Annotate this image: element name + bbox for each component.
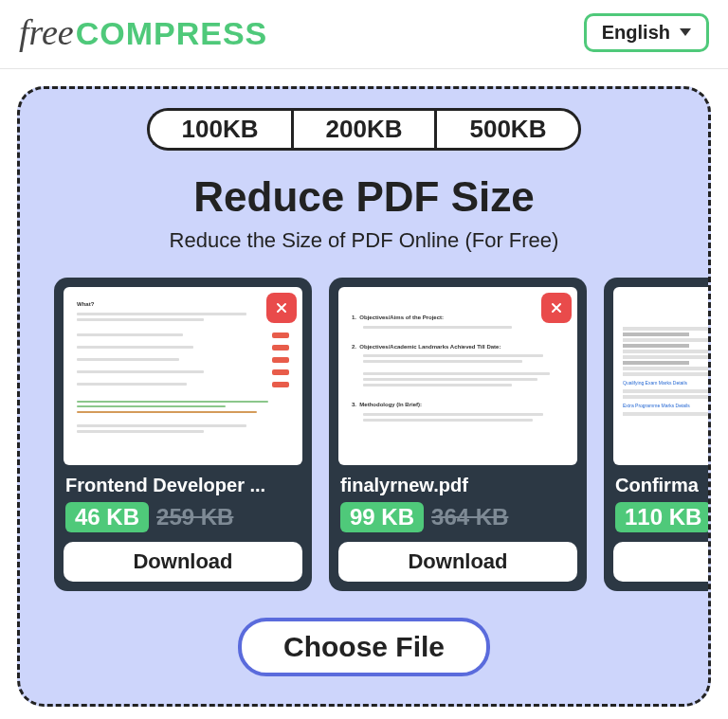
close-icon	[549, 300, 564, 315]
size-info: 99 KB 364 KB	[340, 502, 575, 532]
size-tab-500kb[interactable]: 500KB	[434, 108, 581, 151]
compressed-size: 46 KB	[65, 502, 149, 532]
compressed-size: 99 KB	[340, 502, 424, 532]
file-card: Application No Qualifying Exam Marks Det…	[604, 278, 708, 591]
filename: finalyrnew.pdf	[340, 475, 575, 496]
dropzone[interactable]: 100KB 200KB 500KB Reduce PDF Size Reduce…	[17, 86, 711, 707]
pdf-preview: Application No Qualifying Exam Marks Det…	[613, 287, 708, 465]
original-size: 259 KB	[156, 504, 233, 530]
pdf-preview: What?	[64, 287, 302, 465]
page-title: Reduce PDF Size	[20, 173, 708, 221]
size-tabs: 100KB 200KB 500KB	[20, 108, 708, 151]
chevron-down-icon	[680, 28, 691, 36]
filename: Confirma	[615, 475, 708, 496]
remove-file-button[interactable]	[541, 293, 572, 323]
filename: Frontend Developer ...	[65, 475, 300, 496]
file-card: What? Frontend Developer ... 46 KB	[54, 278, 312, 591]
download-button[interactable]: Dov	[613, 542, 708, 582]
original-size: 364 KB	[431, 504, 508, 530]
close-icon	[274, 300, 289, 315]
header: free COMPRESS English	[0, 0, 728, 69]
download-button[interactable]: Download	[64, 542, 302, 582]
choose-file-button[interactable]: Choose File	[238, 618, 490, 676]
download-button[interactable]: Download	[338, 542, 577, 582]
language-selector[interactable]: English	[584, 13, 709, 52]
size-info: 46 KB 259 KB	[65, 502, 300, 532]
file-cards: What? Frontend Developer ... 46 KB	[20, 278, 708, 591]
logo-free-text: free	[19, 11, 74, 53]
pdf-preview: 1. Objectives/Aims of the Project: 2. Ob…	[338, 287, 577, 465]
size-tab-100kb[interactable]: 100KB	[147, 108, 291, 151]
compressed-size: 110 KB	[615, 502, 708, 532]
file-card: 1. Objectives/Aims of the Project: 2. Ob…	[329, 278, 587, 591]
language-label: English	[602, 22, 670, 44]
logo-compress-text: COMPRESS	[76, 15, 268, 52]
page-subtitle: Reduce the Size of PDF Online (For Free)	[20, 228, 708, 253]
size-info: 110 KB	[615, 502, 708, 532]
size-tab-200kb[interactable]: 200KB	[291, 108, 435, 151]
logo[interactable]: free COMPRESS	[19, 11, 267, 53]
remove-file-button[interactable]	[266, 293, 297, 323]
